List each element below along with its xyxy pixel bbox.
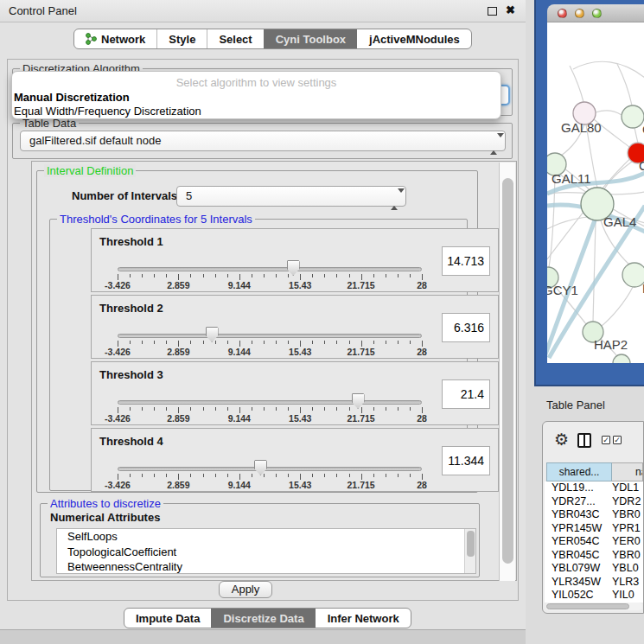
table-row[interactable]: YBR043CYBR0 (545, 508, 643, 522)
network-edge[interactable] (602, 287, 633, 326)
table-row[interactable]: YBL079WYBL0 (545, 562, 643, 576)
network-node[interactable] (622, 105, 644, 128)
table-header-row: shared... na (546, 462, 643, 481)
network-edge[interactable] (604, 162, 632, 189)
network-window-titlebar[interactable] (547, 4, 644, 22)
network-edge[interactable] (593, 220, 596, 322)
table-row[interactable]: YPR145WYPR1 (545, 522, 643, 536)
bottom-tab-discretize-data[interactable]: Discretize Data (211, 609, 315, 628)
column-header-name[interactable]: na (612, 462, 643, 481)
cell-name: YLR3 (612, 576, 639, 589)
threshold-value-field[interactable]: 21.4 (442, 379, 490, 409)
network-graph: GAL80GACGAL11GAL4GCY1HHAP2 (547, 22, 644, 363)
num-intervals-value: 5 (186, 189, 192, 202)
bottom-tab-impute-data[interactable]: Impute Data (124, 609, 211, 628)
table-data-combo[interactable]: galFiltered.sif default node (20, 131, 506, 151)
zoom-traffic-light[interactable] (592, 9, 602, 18)
app-root: Control Panel ✖ NetworkStyleSelectCyni T… (0, 0, 644, 644)
close-icon[interactable]: ✖ (506, 3, 515, 16)
table-row[interactable]: YDL19...YDL1 (545, 481, 643, 495)
threshold-slider-track[interactable] (118, 400, 422, 405)
bottom-tab-infer-network[interactable]: Infer Network (316, 609, 411, 628)
network-edge[interactable] (596, 111, 622, 115)
table-row[interactable]: YIL052CYIL0 (545, 589, 643, 603)
panel-title: Control Panel (9, 4, 77, 17)
table-row[interactable]: YLR345WYLR3 (545, 576, 643, 590)
tick-label: 21.715 (348, 413, 375, 424)
network-node-label: HAP2 (594, 337, 628, 352)
network-node[interactable] (613, 354, 630, 363)
tick-label: 28 (417, 280, 427, 290)
checkbox-icon[interactable]: ✓ (613, 436, 622, 444)
tick-label: 9.144 (228, 413, 251, 424)
cell-shared-name: YBR045C (545, 549, 612, 562)
network-edge[interactable] (573, 61, 644, 78)
apply-button[interactable]: Apply (219, 581, 272, 598)
close-traffic-light[interactable] (558, 9, 567, 18)
attribute-list-item[interactable]: TopologicalCoefficient (57, 545, 475, 560)
network-edge[interactable] (617, 64, 632, 105)
cell-shared-name: YBR043C (545, 508, 612, 521)
tick-label: 15.43 (289, 347, 311, 357)
threshold-slider-track[interactable] (118, 334, 422, 338)
column-header-shared[interactable]: shared... (546, 462, 612, 481)
tick-labels: -3.4262.8599.14415.4321.71528 (118, 347, 422, 357)
network-node-label: GAL4 (603, 214, 636, 229)
dropdown-item-manual[interactable]: Manual Discretization (14, 91, 130, 104)
table-row[interactable]: YBR045CYBR0 (545, 549, 643, 563)
tab-cyni-toolbox[interactable]: Cyni Toolbox (264, 29, 357, 48)
tick-labels: -3.4262.8599.14415.4321.71528 (118, 480, 422, 490)
checkbox-icon[interactable]: ✓ (602, 436, 610, 444)
tick-label: 21.715 (348, 347, 375, 357)
network-edge[interactable] (634, 128, 638, 143)
table-row[interactable]: YDR27...YDR2 (545, 495, 643, 509)
numerical-attributes-list[interactable]: SelfLoopsTopologicalCoefficientBetweenne… (56, 528, 476, 574)
network-edge[interactable] (570, 66, 583, 102)
thresholds-group-title: Threshold's Coordinates for 5 Intervals (57, 213, 255, 226)
table-toolbar: ⚙ ✓ ✓ (543, 422, 643, 460)
vertical-scrollbar[interactable] (499, 163, 515, 581)
threshold-slider-track[interactable] (118, 467, 422, 471)
threshold-value-field[interactable]: 11.344 (442, 446, 490, 475)
algorithm-dropdown-popup: Select algorithm to view settings Manual… (11, 71, 501, 119)
tick-label: 15.43 (289, 480, 311, 490)
bottom-tab-label: Impute Data (136, 612, 200, 625)
tick-label: 2.859 (167, 413, 189, 424)
float-icon[interactable] (488, 7, 497, 16)
tick-label: 15.43 (289, 280, 311, 290)
dropdown-hint: Select algorithm to view settings (12, 76, 501, 89)
right-area: GAL80GACGAL11GAL4GCY1HHAP2 Table Panel ⚙… (526, 0, 644, 644)
dropdown-item-equal-width[interactable]: Equal Width/Frequency Discretization (14, 105, 201, 118)
cell-name: YBR0 (612, 549, 641, 562)
tab-jactivemnodules[interactable]: jActiveMNodules (357, 29, 471, 48)
threshold-value-field[interactable]: 6.316 (442, 313, 490, 342)
num-intervals-spinner[interactable]: 5 (176, 186, 406, 207)
attribute-list-item[interactable]: BetweennessCentrality (57, 559, 475, 574)
attributes-scrollbar[interactable] (464, 529, 475, 573)
gear-icon[interactable]: ⚙ (554, 430, 569, 450)
tab-network[interactable]: Network (74, 29, 156, 48)
bottom-tabbar: Impute DataDiscretize DataInfer Network (124, 608, 411, 628)
network-node[interactable] (622, 263, 644, 287)
network-icon (86, 33, 97, 45)
tick-label: -3.426 (105, 413, 131, 424)
horizontal-scrollbar-thumb[interactable] (546, 603, 629, 609)
tab-style[interactable]: Style (156, 29, 207, 48)
interval-definition-group: Interval Definition Number of Intervals … (36, 170, 478, 493)
horizontal-scrollbar[interactable] (545, 603, 642, 610)
threshold-slider-track[interactable] (118, 267, 422, 271)
network-canvas[interactable]: GAL80GACGAL11GAL4GCY1HHAP2 (547, 22, 644, 363)
vertical-scrollbar-thumb[interactable] (502, 178, 513, 564)
minimize-traffic-light[interactable] (575, 9, 584, 18)
table-row[interactable]: YER054CYER0 (545, 535, 643, 549)
threshold-value-field[interactable]: 14.713 (442, 246, 490, 276)
num-intervals-label: Number of Intervals (72, 189, 177, 202)
threshold-4-box: Threshold 4-3.4262.8599.14415.4321.71528… (91, 428, 499, 492)
tab-select[interactable]: Select (207, 29, 263, 48)
network-view-window: GAL80GACGAL11GAL4GCY1HHAP2 (534, 0, 644, 386)
tick-label: -3.426 (105, 480, 131, 490)
tab-label: Select (219, 33, 252, 46)
cell-shared-name: YER054C (545, 535, 612, 548)
column-split-icon[interactable] (577, 433, 591, 448)
attribute-list-item[interactable]: SelfLoops (57, 529, 475, 545)
